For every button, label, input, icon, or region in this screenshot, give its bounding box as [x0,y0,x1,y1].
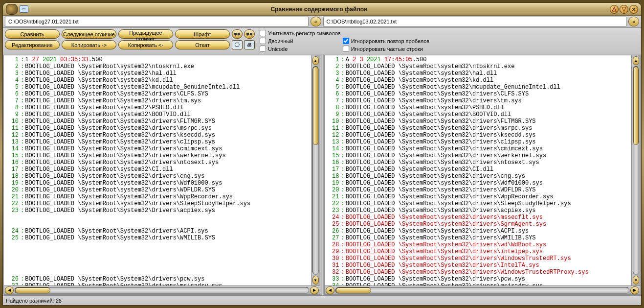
scroll-up-icon[interactable]: ▲ [633,56,639,65]
ignore-common-checkbox[interactable] [343,46,349,52]
rollback-button[interactable]: Откат [175,40,230,49]
binary-label: Двоичный [268,38,293,44]
toolbar: Сравнить Редактирование Следующее отличи… [3,28,641,54]
unicode-checkbox[interactable] [260,46,266,52]
compare-button[interactable]: Сравнить [5,29,60,39]
corner-decoration: ▭ [6,4,28,15]
edit-button[interactable]: Редактирование [5,40,60,49]
right-path-input[interactable] [323,17,627,26]
right-path-nav-button[interactable]: » [628,17,639,26]
ignore-spaces-checkbox[interactable] [343,38,349,44]
copy-right-button[interactable]: Копировать -> [62,40,116,49]
unicode-label: Unicode [268,46,288,52]
binary-checkbox[interactable] [260,38,266,44]
right-text-area[interactable]: 1:A 2 3 2021 17:45:05.5002:BOOTLOG_LOADE… [325,55,632,285]
case-checkbox[interactable] [260,30,266,36]
prev-diff-button[interactable]: Предыдущее отличие [118,29,173,39]
sysmenu-icon[interactable]: ▭ [20,5,28,13]
scroll-right-icon[interactable]: ▶ [630,286,639,294]
find-left-icon[interactable] [232,29,243,39]
ignore-common-label: Игнорировать частые строки [351,46,423,52]
case-label: Учитывать регистр символов [268,30,341,36]
left-text-area[interactable]: 1:1 27 2021 03:35:33.5002:BOOTLOG_LOADED… [4,55,311,285]
screen-icon[interactable]: 🖵 [232,40,243,49]
left-vscrollbar[interactable]: ▲ ▼ [311,55,320,285]
maximize-button[interactable] [620,5,628,14]
right-pane: 1:A 2 3 2021 17:45:05.5002:BOOTLOG_LOADE… [324,55,641,295]
right-hscrollbar[interactable]: ◀ ▶ [325,285,641,294]
find-right-icon[interactable] [244,29,255,39]
title-bar: ▭ Сравнение содержимого файлов [3,3,641,16]
scroll-left-icon[interactable]: ◀ [326,286,334,294]
print-icon[interactable]: 🖶 [244,40,255,49]
scroll-down-icon[interactable]: ▼ [633,276,639,284]
copy-left-button[interactable]: Копировать <- [118,40,173,49]
status-bar: Найдено различий: 26 [3,295,641,305]
ignore-spaces-label: Игнорировать повтор пробелов [351,38,430,44]
minimize-button[interactable] [610,5,619,14]
left-hscrollbar[interactable]: ◀ ▶ [4,285,320,294]
scroll-down-icon[interactable]: ▼ [312,276,319,284]
right-vscrollbar[interactable]: ▲ ▼ [631,55,640,285]
left-pane: 1:1 27 2021 03:35:33.5002:BOOTLOG_LOADED… [3,55,320,295]
next-diff-button[interactable]: Следующее отличие [62,29,116,39]
comparison-panes: 1:1 27 2021 03:35:33.5002:BOOTLOG_LOADED… [3,54,641,295]
left-path-input[interactable] [5,17,309,26]
scroll-up-icon[interactable]: ▲ [312,56,319,65]
status-text: Найдено различий: 26 [6,298,62,304]
pane-divider[interactable] [321,54,324,295]
path-row: » » [3,16,641,28]
left-path-nav-button[interactable]: » [311,17,321,26]
scroll-left-icon[interactable]: ◀ [5,286,14,294]
window-title: Сравнение содержимого файлов [28,6,610,13]
close-button[interactable] [629,5,638,14]
scroll-right-icon[interactable]: ▶ [310,286,319,294]
font-button[interactable]: Шрифт [175,29,230,39]
